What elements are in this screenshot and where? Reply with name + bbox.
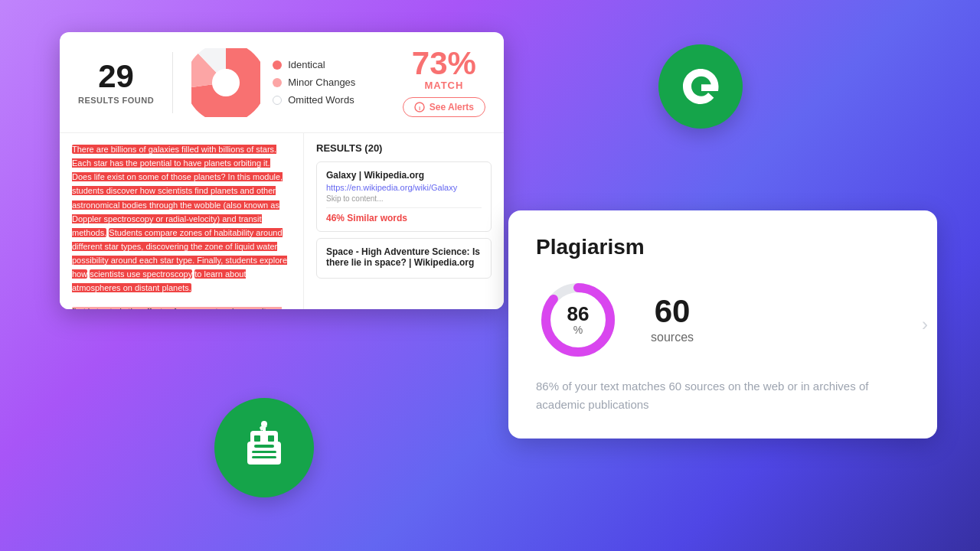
- plagiarism-card: Plagiarism 86 % 60 sources 86% of your t…: [508, 210, 937, 439]
- results-panel-title: RESULTS (20): [316, 142, 492, 154]
- dot-minor: [273, 78, 282, 87]
- text-block-2: first is to study the effects of exposur…: [72, 305, 291, 309]
- result-title-1: Galaxy | Wikipedia.org: [326, 170, 482, 181]
- chart-area: Identical Minor Changes Omitted Words: [191, 48, 355, 117]
- results-label: RESULTS FOUND: [78, 96, 154, 105]
- svg-text:i: i: [419, 105, 420, 112]
- svg-point-3: [212, 69, 240, 96]
- grammarly-icon: [658, 44, 743, 129]
- results-count: 29 RESULTS FOUND: [78, 60, 154, 105]
- svg-rect-12: [254, 445, 274, 448]
- highlighted-text: There are billions of galaxies filled wi…: [72, 145, 283, 237]
- sources-label: sources: [651, 331, 694, 344]
- plagiarism-title: Plagiarism: [536, 235, 910, 259]
- text-block-1: There are billions of galaxies filled wi…: [72, 142, 291, 295]
- plagiarism-stats: 86 % 60 sources: [536, 278, 910, 362]
- highlighted-text-3: scientists use spectroscopy: [90, 269, 192, 279]
- result-title-2: Space - High Adventure Science: Is there…: [326, 246, 482, 268]
- text-panel: There are billions of galaxies filled wi…: [60, 133, 304, 309]
- donut-sign: %: [567, 324, 590, 336]
- turnitin-card: 29 RESULTS FOUND Identical: [60, 32, 504, 309]
- result-item-1[interactable]: Galaxy | Wikipedia.org https://en.wikipe…: [316, 161, 492, 232]
- legend-minor: Minor Changes: [273, 77, 355, 88]
- sources-info: 60 sources: [651, 295, 694, 344]
- result-url-1[interactable]: https://en.wikipedia.org/wiki/Galaxy: [326, 183, 482, 192]
- svg-rect-10: [254, 435, 260, 442]
- see-alerts-button[interactable]: i See Alerts: [403, 97, 485, 117]
- results-panel: RESULTS (20) Galaxy | Wikipedia.org http…: [304, 133, 504, 309]
- result-item-2[interactable]: Space - High Adventure Science: Is there…: [316, 238, 492, 279]
- highlighted-light-1: first is to study the effects of exposur…: [72, 307, 283, 309]
- robot-icon: [214, 398, 314, 497]
- plagiarism-description: 86% of your text matches 60 sources on t…: [536, 377, 910, 414]
- match-area: 73% MATCH i See Alerts: [403, 47, 485, 117]
- vertical-divider: [172, 52, 173, 113]
- chart-legend: Identical Minor Changes Omitted Words: [273, 59, 355, 106]
- pie-chart: [191, 48, 260, 117]
- donut-chart: 86 %: [536, 278, 620, 362]
- result-skip-1: Skip to content...: [326, 194, 482, 203]
- match-label: MATCH: [403, 80, 485, 91]
- svg-rect-13: [252, 451, 276, 453]
- chevron-right-icon[interactable]: ›: [922, 314, 928, 335]
- sources-number: 60: [651, 295, 694, 328]
- svg-rect-11: [268, 435, 274, 442]
- match-percent: 73%: [403, 47, 485, 80]
- results-number: 29: [78, 60, 154, 93]
- legend-omitted: Omitted Words: [273, 94, 355, 106]
- dot-omitted: [273, 96, 282, 105]
- donut-percent: 86: [567, 304, 590, 324]
- dot-identical: [273, 60, 282, 70]
- result-similarity-1: 46% Similar words: [326, 207, 482, 223]
- legend-identical: Identical: [273, 59, 355, 70]
- svg-rect-14: [252, 456, 276, 458]
- donut-center: 86 %: [567, 304, 590, 336]
- card-body: There are billions of galaxies filled wi…: [60, 133, 504, 309]
- card-header: 29 RESULTS FOUND Identical: [60, 32, 504, 133]
